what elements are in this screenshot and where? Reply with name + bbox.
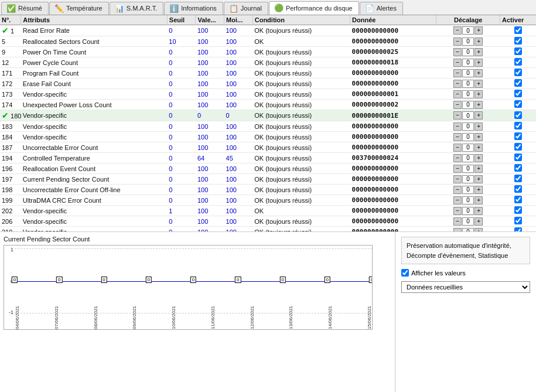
stepper-minus-btn[interactable]: −	[453, 217, 462, 226]
stepper-input[interactable]	[462, 80, 474, 88]
stepper-plus-btn[interactable]: +	[474, 207, 483, 215]
tab-resume[interactable]: ✅ Résumé	[1, 2, 49, 15]
table-row[interactable]: 196Reallocation Event Count0100100OK (to…	[0, 163, 536, 174]
stepper-minus-btn[interactable]: −	[453, 196, 462, 204]
activer-checkbox[interactable]	[514, 196, 522, 203]
activer-checkbox[interactable]	[514, 79, 522, 87]
stepper-plus-btn[interactable]: +	[474, 154, 483, 162]
table-row[interactable]: 210Vendor-specific0100100OK (toujours ré…	[0, 227, 536, 233]
stepper-minus-btn[interactable]: −	[453, 165, 462, 173]
table-row[interactable]: 173Vendor-specific0100100OK (toujours ré…	[0, 89, 536, 100]
stepper-minus-btn[interactable]: −	[453, 38, 462, 46]
stepper-minus-btn[interactable]: −	[453, 186, 462, 194]
table-row[interactable]: ✔ 180Vendor-specific000OK (toujours réus…	[0, 110, 536, 121]
donnees-dropdown[interactable]: Données recueillies	[401, 281, 530, 293]
stepper-input[interactable]	[462, 101, 474, 109]
activer-checkbox[interactable]	[514, 164, 522, 172]
stepper-minus-btn[interactable]: −	[453, 122, 462, 131]
stepper-input[interactable]	[462, 217, 474, 226]
table-row[interactable]: 206Vendor-specific0100100OK (toujours ré…	[0, 216, 536, 227]
stepper-minus-btn[interactable]: −	[453, 207, 462, 215]
table-row[interactable]: 198Uncorrectable Error Count Off-line010…	[0, 185, 536, 195]
stepper-minus-btn[interactable]: −	[453, 80, 462, 88]
stepper-minus-btn[interactable]: −	[453, 228, 462, 233]
activer-checkbox[interactable]	[514, 90, 522, 97]
stepper-minus-btn[interactable]: −	[453, 144, 462, 152]
table-row[interactable]: 187Uncorrectable Error Count0100100OK (t…	[0, 142, 536, 153]
table-row[interactable]: 197Current Pending Sector Count0100100OK…	[0, 174, 536, 185]
stepper-plus-btn[interactable]: +	[474, 38, 483, 46]
tab-performance[interactable]: 🟢 Performance du disque	[269, 1, 359, 15]
stepper-plus-btn[interactable]: +	[474, 69, 483, 77]
stepper-plus-btn[interactable]: +	[474, 165, 483, 173]
table-row[interactable]: 172Erase Fail Count0100100OK (toujours r…	[0, 79, 536, 89]
stepper-plus-btn[interactable]: +	[474, 122, 483, 131]
stepper-minus-btn[interactable]: −	[453, 133, 462, 141]
activer-checkbox[interactable]	[514, 154, 522, 161]
stepper-plus-btn[interactable]: +	[474, 196, 483, 204]
stepper-input[interactable]	[462, 144, 474, 152]
stepper-input[interactable]	[462, 175, 474, 183]
activer-checkbox[interactable]	[514, 58, 522, 66]
activer-checkbox[interactable]	[514, 69, 522, 76]
stepper-minus-btn[interactable]: −	[453, 101, 462, 109]
table-row[interactable]: 174Unexpected Power Loss Count0100100OK …	[0, 100, 536, 110]
smart-table-area[interactable]: N°. Attributs Seuil Vale... Moi... Condi…	[0, 15, 536, 232]
stepper-input[interactable]	[462, 38, 474, 46]
stepper-plus-btn[interactable]: +	[474, 144, 483, 152]
stepper-minus-btn[interactable]: −	[453, 59, 462, 67]
activer-checkbox[interactable]	[514, 185, 522, 193]
stepper-input[interactable]	[462, 186, 474, 194]
stepper-input[interactable]	[462, 111, 474, 120]
stepper-input[interactable]	[462, 69, 474, 77]
stepper-plus-btn[interactable]: +	[474, 186, 483, 194]
table-row[interactable]: 12Power Cycle Count0100100OK (toujours r…	[0, 57, 536, 68]
stepper-input[interactable]	[462, 133, 474, 141]
afficher-valeurs-checkbox[interactable]	[401, 269, 409, 277]
stepper-plus-btn[interactable]: +	[474, 111, 483, 120]
stepper-plus-btn[interactable]: +	[474, 175, 483, 183]
stepper-plus-btn[interactable]: +	[474, 133, 483, 141]
stepper-plus-btn[interactable]: +	[474, 48, 483, 56]
activer-checkbox[interactable]	[514, 143, 522, 151]
stepper-minus-btn[interactable]: −	[453, 154, 462, 162]
table-row[interactable]: 202Vendor-specific1100100OK000000000000 …	[0, 206, 536, 216]
tab-alertes[interactable]: 📄 Alertes	[360, 2, 403, 15]
stepper-plus-btn[interactable]: +	[474, 59, 483, 67]
table-row[interactable]: 9Power On Time Count0100100OK (toujours …	[0, 47, 536, 57]
table-row[interactable]: 5Reallocated Sectors Count10100100OK0000…	[0, 36, 536, 47]
activer-checkbox[interactable]	[514, 111, 522, 119]
activer-checkbox[interactable]	[514, 37, 522, 45]
tab-journal[interactable]: 📋 Journal	[224, 2, 268, 15]
activer-checkbox[interactable]	[514, 217, 522, 224]
stepper-plus-btn[interactable]: +	[474, 26, 483, 35]
stepper-input[interactable]	[462, 90, 474, 98]
stepper-minus-btn[interactable]: −	[453, 48, 462, 56]
activer-checkbox[interactable]	[514, 100, 522, 108]
stepper-plus-btn[interactable]: +	[474, 80, 483, 88]
activer-checkbox[interactable]	[514, 175, 522, 182]
tab-temperature[interactable]: ✏️ Température	[49, 2, 109, 15]
stepper-input[interactable]	[462, 207, 474, 215]
activer-checkbox[interactable]	[514, 122, 522, 129]
table-row[interactable]: 199UltraDMA CRC Error Count0100100OK (to…	[0, 195, 536, 206]
table-row[interactable]: 194Controlled Temperature06445OK (toujou…	[0, 153, 536, 163]
stepper-minus-btn[interactable]: −	[453, 90, 462, 98]
activer-checkbox[interactable]	[514, 206, 522, 214]
stepper-input[interactable]	[462, 165, 474, 173]
stepper-plus-btn[interactable]: +	[474, 101, 483, 109]
table-row[interactable]: 171Program Fail Count0100100OK (toujours…	[0, 68, 536, 79]
stepper-plus-btn[interactable]: +	[474, 228, 483, 233]
stepper-plus-btn[interactable]: +	[474, 90, 483, 98]
tab-smart[interactable]: 📊 S.M.A.R.T.	[110, 2, 164, 15]
stepper-input[interactable]	[462, 59, 474, 67]
stepper-input[interactable]	[462, 228, 474, 233]
stepper-input[interactable]	[462, 196, 474, 204]
stepper-minus-btn[interactable]: −	[453, 175, 462, 183]
stepper-minus-btn[interactable]: −	[453, 26, 462, 35]
stepper-input[interactable]	[462, 154, 474, 162]
activer-checkbox[interactable]	[514, 26, 522, 34]
stepper-input[interactable]	[462, 48, 474, 56]
table-row[interactable]: 183Vendor-specific0100100OK (toujours ré…	[0, 121, 536, 132]
stepper-plus-btn[interactable]: +	[474, 217, 483, 226]
